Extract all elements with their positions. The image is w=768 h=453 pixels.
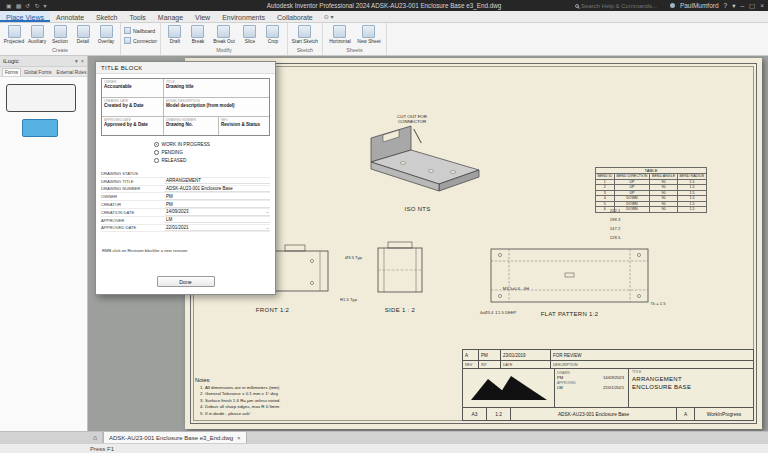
radio-label: RELEASED xyxy=(162,158,187,163)
search-input[interactable] xyxy=(581,3,665,9)
crop-button[interactable]: Crop xyxy=(262,24,284,44)
field-label: DRAWING TITLE xyxy=(101,179,165,184)
start-sketch-button[interactable]: Start Sketch xyxy=(291,24,319,44)
drawing-number-input[interactable]: ADSK-AU23-001 Enclosure Base xyxy=(165,186,270,193)
dimension-dia-typ[interactable]: Ø3.5 Typ. xyxy=(333,255,375,260)
button-label: New Sheet xyxy=(357,39,380,44)
panel-dock-icon[interactable]: ▾ xyxy=(75,58,78,64)
detail-view-button[interactable]: Detail xyxy=(72,24,94,44)
redo-icon[interactable]: ↻ xyxy=(34,2,39,9)
document-tab-active[interactable]: ADSK-AU23-001 Enclosure Base e3_End.dwg … xyxy=(103,432,247,443)
creator-input[interactable]: PM xyxy=(165,201,270,208)
button-label: Slice xyxy=(245,39,255,44)
radio-icon xyxy=(154,158,159,163)
qat-dropdown-icon[interactable]: ▾ xyxy=(43,2,46,9)
radio-icon xyxy=(154,150,159,155)
ribbon-tab-tools[interactable]: Tools xyxy=(123,11,151,22)
ribbon-group-label-modify[interactable]: Modify xyxy=(164,47,284,55)
approver-input[interactable]: LM xyxy=(165,217,270,224)
panel-close-icon[interactable]: × xyxy=(81,58,84,64)
draft-button[interactable]: Draft xyxy=(164,24,186,44)
radio-released[interactable]: RELEASED xyxy=(154,158,210,163)
rev-entry-int: PM xyxy=(479,350,501,360)
notes-block[interactable]: Notes: All dimensions are in millimeters… xyxy=(195,377,355,418)
drawing-title-input[interactable]: ARRANGEMENT xyxy=(165,178,270,185)
panel-tab-global-forms[interactable]: Global Forms xyxy=(22,68,54,76)
help-dropdown-icon[interactable]: ▾ xyxy=(732,2,735,10)
minimize-button[interactable]: – xyxy=(740,2,744,10)
panel-tab-forms[interactable]: Forms xyxy=(2,68,21,76)
section-view-icon xyxy=(54,25,67,38)
dimension-147[interactable]: 147.2 xyxy=(575,226,655,231)
preview-cell-created: CREATED DATE Created by & Date xyxy=(102,98,164,116)
ribbon-group-label-create[interactable]: Create xyxy=(3,47,117,55)
nailboard-button[interactable]: Nailboard xyxy=(124,27,157,34)
overlay-view-button[interactable]: Overlay xyxy=(95,24,117,44)
rev-header: INT xyxy=(479,361,501,368)
dialog-header[interactable]: TITLE BLOCK xyxy=(96,62,275,74)
undo-icon[interactable]: ↺ xyxy=(25,2,30,9)
bend-table[interactable]: TABLE BEND ID BEND DIRECTION BEND ANGLE … xyxy=(595,167,707,213)
document-tab-label: ADSK-AU23-001 Enclosure Base e3_End.dwg xyxy=(109,435,233,441)
slice-button[interactable]: Slice xyxy=(239,24,261,44)
crop-icon xyxy=(266,25,279,38)
user-name[interactable]: PaulMumford xyxy=(680,2,719,9)
done-button[interactable]: Done xyxy=(157,276,215,287)
dimension-radius-typ[interactable]: R1.5 Typ. xyxy=(328,297,370,302)
field-label: APPROVER xyxy=(101,218,165,223)
auxiliary-view-button[interactable]: Auxiliary xyxy=(26,24,48,44)
dimension-thread-callout[interactable]: M3.5x0.6 - 6H xyxy=(485,286,547,291)
ribbon-group-harness: Nailboard Connector xyxy=(121,23,161,55)
close-icon[interactable]: × xyxy=(237,435,241,441)
panel-tabs: Forms Global Forms External Rules xyxy=(0,67,87,77)
panel-body xyxy=(0,77,87,431)
dimension-hole-callout[interactable]: 4xØ3.4 ↧1.5 DEEP xyxy=(463,310,533,315)
break-out-button[interactable]: Break Out xyxy=(210,24,238,44)
dimension-128[interactable]: 128.5 xyxy=(575,235,655,240)
radio-pending[interactable]: PENDING xyxy=(154,150,210,155)
horizontal-button[interactable]: Horizontal xyxy=(326,24,354,44)
help-search[interactable] xyxy=(575,3,665,9)
save-icon[interactable]: ▦ xyxy=(16,2,22,9)
maximize-button[interactable]: ▢ xyxy=(749,2,755,10)
break-button[interactable]: Break xyxy=(187,24,209,44)
side-view-graphic[interactable] xyxy=(368,234,432,302)
section-view-button[interactable]: Section xyxy=(49,24,71,44)
ribbon-tab-sketch[interactable]: Sketch xyxy=(90,11,123,22)
ribbon-tab-collaborate[interactable]: Collaborate xyxy=(271,11,319,22)
connector-button[interactable]: Connector xyxy=(124,37,157,44)
field-row-drawing-title: DRAWING TITLE ARRANGEMENT xyxy=(101,178,270,186)
title-bar: ▣ ▦ ↺ ↻ ▾ Autodesk Inventor Professional… xyxy=(0,0,768,11)
form-thumbnail-outline[interactable] xyxy=(6,84,76,112)
panel-tab-external-rules[interactable]: External Rules xyxy=(55,68,89,76)
drawn-date: 14/09/2023 xyxy=(603,375,624,380)
ribbon-tab-place-views[interactable]: Place Views xyxy=(0,11,50,22)
ribbon-options-icon[interactable]: ⊙ ▾ xyxy=(319,11,339,22)
ribbon-tab-annotate[interactable]: Annotate xyxy=(50,11,90,22)
flat-pattern-graphic[interactable] xyxy=(487,243,652,308)
ribbon-tab-environments[interactable]: Environments xyxy=(216,11,271,22)
iso-view-graphic[interactable] xyxy=(353,122,488,202)
help-icon[interactable]: ? xyxy=(724,2,728,9)
owner-input[interactable]: PM xyxy=(165,194,270,201)
app-menu-icon[interactable]: ▣ xyxy=(6,2,12,9)
new-sheet-button[interactable]: New Sheet xyxy=(355,24,383,44)
approved-date-picker[interactable]: 22/01/2021⌄ xyxy=(165,225,270,232)
ribbon-group-label-sketch[interactable]: Sketch xyxy=(291,47,319,55)
ribbon-tab-view[interactable]: View xyxy=(189,11,216,22)
home-tab[interactable]: ⌂ xyxy=(88,432,103,443)
ribbon-group-label-sheets[interactable]: Sheets xyxy=(326,47,383,55)
app-window: ▣ ▦ ↺ ↻ ▾ Autodesk Inventor Professional… xyxy=(0,0,768,453)
dimension-198[interactable]: 198.3 xyxy=(575,217,655,222)
detail-view-icon xyxy=(77,25,90,38)
close-button[interactable]: × xyxy=(760,2,764,10)
form-thumbnail-selected[interactable] xyxy=(22,119,58,137)
dimension-thickness[interactable]: Tk = 1.5 xyxy=(633,301,683,306)
sheet-title-block[interactable]: A PM 23/01/2019 FOR REVIEW REV INT DATE … xyxy=(462,349,754,421)
ribbon-tab-manage[interactable]: Manage xyxy=(152,11,189,22)
title-block-credits: DRAWN PM 14/09/2023 APPROVED LM 22/01/20… xyxy=(555,369,629,407)
preview-label: Model description (from model) xyxy=(166,103,267,108)
projected-view-button[interactable]: Projected xyxy=(3,24,25,44)
creation-date-picker[interactable]: 14/09/2023⌄ xyxy=(165,209,270,216)
radio-work-in-progress[interactable]: WORK IN PROGRESS xyxy=(154,142,210,147)
